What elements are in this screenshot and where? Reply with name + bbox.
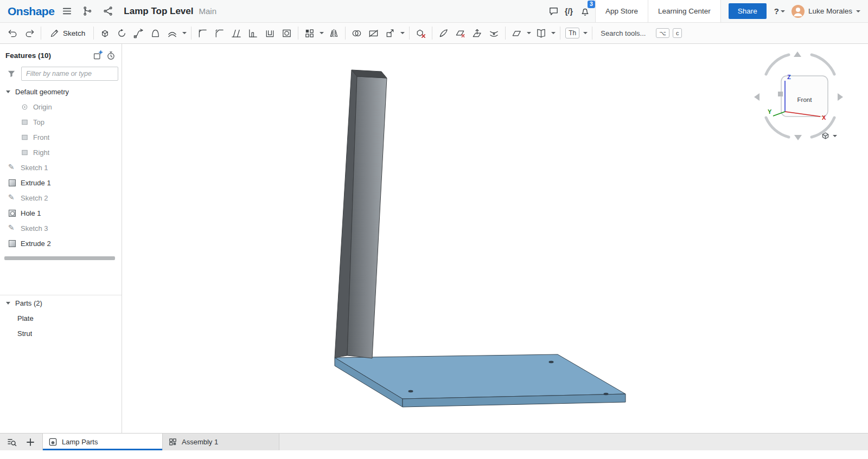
part-item[interactable]: Strut: [0, 326, 122, 341]
boolean-button[interactable]: [348, 25, 365, 41]
undo-button[interactable]: [4, 25, 21, 41]
extrude-button[interactable]: [97, 25, 113, 41]
split-button[interactable]: [365, 25, 382, 41]
chevron-expanded-icon[interactable]: [5, 300, 11, 306]
workspace-name[interactable]: Main: [199, 7, 217, 16]
rollback-bar[interactable]: [4, 256, 115, 260]
plane-menu-button[interactable]: [525, 25, 533, 41]
quill-icon: [438, 28, 449, 39]
rotate-up-arrow-icon[interactable]: [794, 51, 801, 57]
thicken-button[interactable]: [164, 25, 181, 41]
help-menu[interactable]: ?: [774, 7, 785, 16]
shell-button[interactable]: [261, 25, 278, 41]
featurescript-notices-button[interactable]: {/}: [565, 7, 573, 16]
top-plane-item[interactable]: Top: [0, 114, 122, 130]
feature-item[interactable]: Extrude 2: [0, 236, 122, 251]
feature-item[interactable]: Extrude 1: [0, 175, 122, 190]
app-store-button[interactable]: App Store: [595, 0, 648, 22]
redo-icon: [24, 28, 35, 39]
chamfer-button[interactable]: [211, 25, 228, 41]
notifications-button[interactable]: 3: [579, 5, 591, 17]
draft-icon: [231, 28, 242, 39]
search-tabs-button[interactable]: [3, 435, 21, 450]
part-label: Plate: [17, 314, 34, 322]
parts-group[interactable]: Parts (2): [0, 295, 122, 311]
part-item[interactable]: Plate: [0, 311, 122, 326]
feature-item[interactable]: Hole 1: [0, 205, 122, 221]
share-button[interactable]: Share: [729, 3, 767, 19]
learning-center-button[interactable]: Learning Center: [648, 0, 721, 22]
document-title: Lamp Top Level: [124, 6, 193, 17]
regeneration-time-button[interactable]: [104, 49, 117, 61]
main-menu-button[interactable]: [59, 3, 75, 20]
named-views-menu-button[interactable]: [550, 25, 557, 41]
comments-button[interactable]: [545, 3, 561, 20]
custom-feature-menu-button[interactable]: [582, 25, 589, 41]
draft-button[interactable]: [228, 25, 245, 41]
origin-item[interactable]: Origin: [0, 99, 122, 114]
rotate-left-arrow-icon[interactable]: [754, 93, 760, 101]
hole-button[interactable]: [278, 25, 295, 41]
versions-history-button[interactable]: [79, 3, 95, 20]
plate-hole[interactable]: [409, 390, 413, 392]
rotate-arrow[interactable]: [812, 55, 834, 74]
revolve-button[interactable]: [113, 25, 130, 41]
pattern-menu-button[interactable]: [318, 25, 326, 41]
feature-item[interactable]: Sketch 2: [0, 190, 122, 205]
publication-button[interactable]: [100, 3, 116, 20]
transform-button[interactable]: [382, 25, 399, 41]
search-tools-input[interactable]: [601, 29, 653, 37]
modify-fillet-button[interactable]: [435, 25, 452, 41]
rotate-right-arrow-icon[interactable]: [838, 93, 843, 101]
branch-graph-icon: [103, 5, 114, 17]
rib-button[interactable]: [245, 25, 261, 41]
toolbar-divider: [298, 27, 298, 40]
chevron-down-icon: [781, 10, 785, 12]
named-views-button[interactable]: [533, 25, 550, 41]
tab-assembly[interactable]: Assembly 1: [163, 434, 279, 450]
redo-button[interactable]: [21, 25, 38, 41]
top-plane-label: Top: [33, 118, 44, 126]
rotate-arrow[interactable]: [766, 55, 789, 74]
transform-menu-button[interactable]: [399, 25, 406, 41]
undo-icon: [7, 28, 18, 39]
rotate-down-arrow-icon[interactable]: [794, 135, 802, 140]
plate-part[interactable]: [335, 354, 626, 407]
thicken-menu-button[interactable]: [181, 25, 188, 41]
right-plane-item[interactable]: Right: [0, 145, 122, 160]
feature-item[interactable]: Sketch 3: [0, 221, 122, 236]
sketch-button[interactable]: Sketch: [44, 25, 91, 41]
view-options-button[interactable]: [820, 131, 837, 141]
view-cube-face-label[interactable]: Front: [797, 96, 813, 103]
add-tab-button[interactable]: [22, 435, 39, 450]
plate-hole[interactable]: [604, 393, 609, 395]
feature-label: Sketch 3: [21, 224, 48, 232]
sweep-button[interactable]: [130, 25, 147, 41]
onshape-logo[interactable]: Onshape: [8, 5, 54, 18]
delete-face-button[interactable]: [452, 25, 469, 41]
feature-filter-input[interactable]: [21, 67, 118, 81]
move-face-button[interactable]: [469, 25, 486, 41]
delete-face-icon: [455, 28, 466, 39]
strut-part[interactable]: [335, 70, 387, 358]
graphics-viewport[interactable]: Front Z Y X: [122, 44, 868, 433]
move-face-icon: [471, 28, 483, 39]
plane-button[interactable]: [508, 25, 525, 41]
mirror-button[interactable]: [326, 25, 342, 41]
feature-item[interactable]: Sketch 1: [0, 160, 122, 175]
loft-button[interactable]: [147, 25, 164, 41]
replace-face-button[interactable]: [486, 25, 502, 41]
create-folder-button[interactable]: [91, 49, 104, 61]
fillet-button[interactable]: [194, 25, 211, 41]
custom-feature-button[interactable]: Th: [563, 25, 582, 41]
plate-hole[interactable]: [549, 361, 554, 363]
rotate-arrow[interactable]: [766, 118, 789, 137]
delete-part-button[interactable]: [412, 25, 429, 41]
user-account-menu[interactable]: Luke Morales: [792, 5, 860, 18]
linear-pattern-button[interactable]: [301, 25, 318, 41]
tab-part-studio[interactable]: Lamp Parts: [42, 434, 163, 450]
default-geometry-group[interactable]: Default geometry: [0, 84, 122, 99]
front-plane-item[interactable]: Front: [0, 130, 122, 145]
chevron-expanded-icon[interactable]: [5, 89, 11, 94]
view-cube-widget[interactable]: Front Z Y X: [754, 49, 846, 144]
